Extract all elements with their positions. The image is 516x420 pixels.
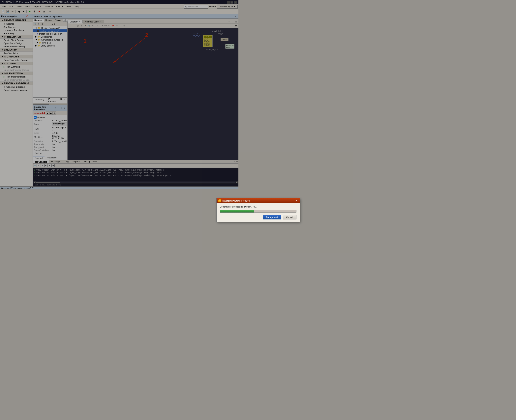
dialog-overlay: ⚙ Managing Output Products ✕ Generate IP…	[0, 0, 238, 189]
